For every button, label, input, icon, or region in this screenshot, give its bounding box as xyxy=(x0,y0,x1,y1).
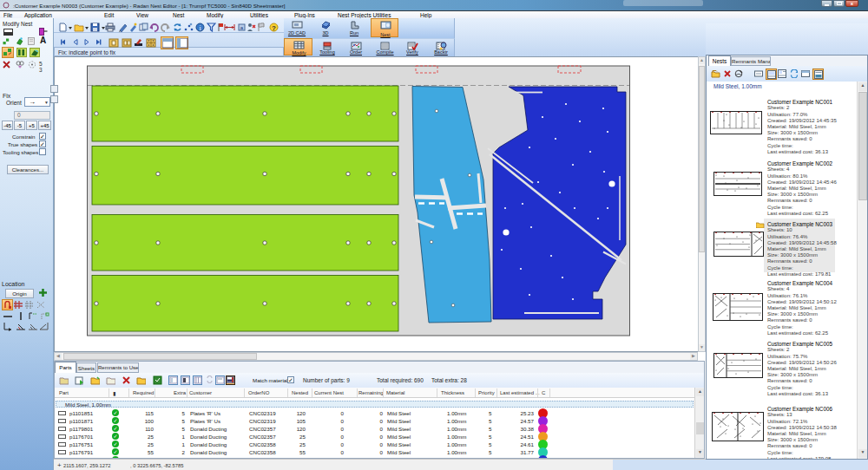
svg-text:?: ? xyxy=(272,24,276,32)
